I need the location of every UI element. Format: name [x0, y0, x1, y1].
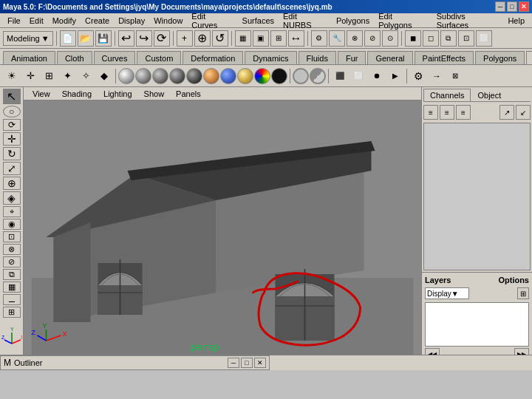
iconbar-snap3[interactable]: ◆	[95, 67, 113, 85]
menu-help[interactable]: Help	[503, 15, 529, 27]
vp-menu-lighting[interactable]: Lighting	[98, 89, 138, 99]
tool-unk1[interactable]: ⊕	[3, 177, 21, 190]
tool-rotate-select[interactable]: ⟳	[3, 119, 21, 131]
toolbar-open[interactable]: 📂	[78, 30, 94, 47]
toolbar-btn7[interactable]: ▦	[235, 30, 251, 47]
iconbar-flat2[interactable]	[310, 68, 326, 84]
layers-scroll-area[interactable]	[425, 302, 529, 347]
iconbar-grid[interactable]: ⊞	[40, 67, 58, 85]
toolbar-render2[interactable]: ⊡	[458, 30, 474, 47]
menu-edit-nurbs[interactable]: Edit NURBS	[279, 10, 332, 31]
iconbar-mat3[interactable]	[152, 68, 168, 84]
tab-general[interactable]: General	[367, 51, 412, 64]
right-icon-2[interactable]: ≡	[440, 105, 454, 120]
tool-unk2[interactable]: ◈	[3, 191, 21, 205]
tab-cloth[interactable]: Cloth	[57, 51, 92, 64]
toolbar-btn14[interactable]: ⊘	[364, 30, 381, 47]
menu-edit-curves[interactable]: Edit Curves	[187, 10, 237, 31]
iconbar-mat7[interactable]	[220, 68, 236, 84]
viewport[interactable]: View Shading Lighting Show Panels	[24, 87, 421, 355]
iconbar-render2[interactable]: ⬜	[349, 67, 367, 85]
tab-polygons[interactable]: Polygons	[475, 51, 525, 64]
toolbar-btn17[interactable]: ◻	[423, 30, 439, 47]
iconbar-unk1[interactable]: ⊠	[446, 67, 464, 85]
tab-custom[interactable]: Custom	[137, 51, 181, 64]
tab-rendering[interactable]: Rendering	[526, 51, 532, 64]
right-icon-4[interactable]: ↗	[499, 105, 514, 120]
toolbar-save[interactable]: 💾	[95, 30, 112, 47]
close-button[interactable]: ✕	[519, 1, 529, 12]
menu-window[interactable]: Window	[149, 15, 187, 27]
iconbar-mat9[interactable]	[254, 68, 270, 84]
maximize-button[interactable]: □	[507, 1, 517, 12]
tab-dynamics[interactable]: Dynamics	[245, 51, 296, 64]
viewport-canvas[interactable]: persp X Y Z	[24, 100, 421, 355]
tool-select-arrow[interactable]: ↖	[3, 89, 21, 104]
iconbar-render1[interactable]: ⬛	[331, 67, 349, 85]
tool-rotate[interactable]: ↻	[3, 147, 21, 160]
right-icon-3[interactable]: ≡	[456, 105, 471, 120]
menu-polygons[interactable]: Polygons	[332, 15, 374, 27]
tool-unk6[interactable]: ⊗	[3, 244, 21, 255]
toolbar-new[interactable]: 📄	[60, 30, 76, 47]
iconbar-target[interactable]: ✛	[21, 67, 39, 85]
toolbar-btn12[interactable]: 🔧	[329, 30, 345, 47]
tool-unk5[interactable]: ⊡	[3, 231, 21, 242]
tab-fur[interactable]: Fur	[338, 51, 366, 64]
right-icon-5[interactable]: ↙	[516, 105, 531, 120]
toolbar-btn15[interactable]: ⊙	[382, 30, 398, 47]
iconbar-snap1[interactable]: ✦	[58, 67, 76, 85]
iconbar-render4[interactable]: ▶	[386, 67, 404, 85]
toolbar-render3[interactable]: ⬜	[476, 30, 492, 47]
iconbar-render3[interactable]: ⏺	[368, 67, 386, 85]
iconbar-mat5[interactable]	[186, 68, 202, 84]
toolbar-btn11[interactable]: ⚙	[311, 30, 327, 47]
iconbar-arrow-right[interactable]: →	[428, 67, 446, 85]
toolbar-redo[interactable]: ↪	[136, 30, 152, 47]
toolbar-btn8[interactable]: ▣	[253, 30, 269, 47]
outliner-maximize[interactable]: □	[241, 358, 253, 368]
mode-dropdown[interactable]: Modeling ▼	[3, 31, 53, 46]
menu-surfaces[interactable]: Surfaces	[238, 15, 279, 27]
vp-menu-show[interactable]: Show	[138, 89, 171, 99]
tool-select-lasso[interactable]: ○	[3, 106, 21, 117]
toolbar-btn13[interactable]: ⊗	[347, 30, 363, 47]
iconbar-mat6[interactable]	[203, 68, 219, 84]
vp-menu-view[interactable]: View	[27, 89, 56, 99]
iconbar-mat4[interactable]	[169, 68, 185, 84]
tool-unk11[interactable]: ⊞	[3, 307, 21, 318]
iconbar-snap2[interactable]: ✧	[77, 67, 95, 85]
right-icon-1[interactable]: ≡	[423, 105, 438, 120]
toolbar-btn10[interactable]: ↔	[288, 30, 304, 47]
tab-painteffects[interactable]: PaintEffects	[415, 51, 474, 64]
vp-menu-panels[interactable]: Panels	[170, 89, 207, 99]
display-dropdown[interactable]: Display ▼	[425, 287, 469, 299]
iconbar-mat10[interactable]	[271, 68, 287, 84]
menu-subdivs-surfaces[interactable]: Subdivs Surfaces	[432, 10, 504, 31]
display-dropdown-icon[interactable]: ⊞	[517, 287, 529, 299]
iconbar-flat1[interactable]	[293, 68, 309, 84]
outliner-close[interactable]: ✕	[254, 358, 266, 368]
iconbar-sun[interactable]: ☀	[3, 67, 21, 85]
tab-curves[interactable]: Curves	[94, 51, 136, 64]
right-tab-object[interactable]: Object	[471, 89, 508, 101]
tool-unk9[interactable]: ▦	[3, 282, 21, 293]
toolbar-btn16[interactable]: ◼	[405, 30, 421, 47]
menu-edit[interactable]: Edit	[25, 15, 48, 27]
toolbar-btn6[interactable]: ↺	[212, 30, 228, 47]
outliner-minimize[interactable]: ─	[228, 358, 239, 368]
tool-unk7[interactable]: ⊘	[3, 256, 21, 267]
iconbar-gear[interactable]: ⚙	[409, 67, 427, 85]
tab-fluids[interactable]: Fluids	[299, 51, 336, 64]
tab-deformation[interactable]: Deformation	[183, 51, 243, 64]
iconbar-mat8[interactable]	[237, 68, 253, 84]
toolbar-undo[interactable]: ↩	[118, 30, 134, 47]
tool-unk10[interactable]: ⚊	[3, 294, 21, 305]
tool-unk8[interactable]: ⧉	[3, 269, 21, 280]
menu-display[interactable]: Display	[114, 15, 149, 27]
toolbar-btn9[interactable]: ⊞	[270, 30, 287, 47]
toolbar-render1[interactable]: ⧉	[440, 30, 457, 47]
tab-animation[interactable]: Animation	[3, 51, 55, 64]
toolbar-btn4[interactable]: +	[177, 30, 193, 47]
right-tab-channels[interactable]: Channels	[423, 89, 471, 101]
